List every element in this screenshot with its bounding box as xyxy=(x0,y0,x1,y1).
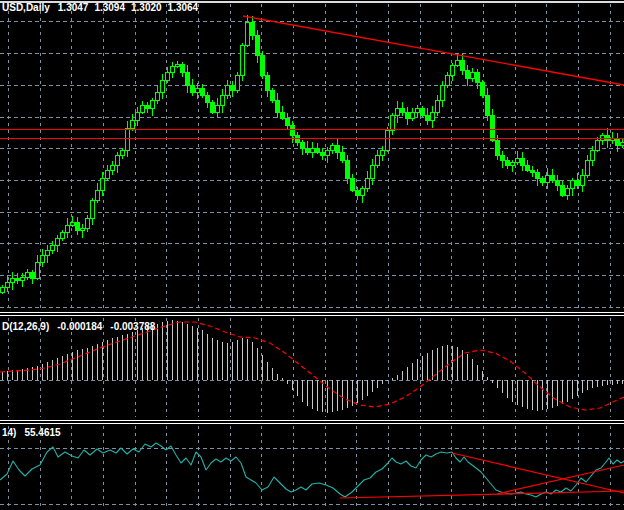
candle-body xyxy=(261,55,265,75)
low-value: 1.3020 xyxy=(131,2,162,13)
candle-body xyxy=(386,130,390,150)
candle-body xyxy=(366,178,370,188)
candle-body xyxy=(356,190,360,195)
high-value: 1.3094 xyxy=(94,2,125,13)
candle-body xyxy=(396,108,400,115)
macd-indicator-label: D(12,26,9)-0.000184-0.003788 xyxy=(2,321,155,332)
candle-body xyxy=(166,72,170,80)
rsi-indicator-label: 14)55.4615 xyxy=(2,427,61,438)
candle-body xyxy=(416,108,420,112)
candle-body xyxy=(556,180,560,185)
macd-main-value: -0.000184 xyxy=(57,321,102,332)
candle-body xyxy=(21,277,25,280)
rsi-trendline[interactable] xyxy=(452,453,624,493)
candle-body xyxy=(316,148,320,152)
candle-body xyxy=(471,72,475,78)
candle-body xyxy=(246,22,250,45)
macd-histogram xyxy=(0,320,624,413)
rsi-polyline xyxy=(0,443,624,497)
candle-body xyxy=(71,222,75,225)
candle-body xyxy=(96,190,100,200)
candle-body xyxy=(196,88,200,92)
candlestick-series xyxy=(1,15,624,294)
mt4-chart-window: USD,Daily1.30471.30941.30201.3064 D(12,2… xyxy=(0,0,624,510)
candle-body xyxy=(131,120,135,128)
candle-body xyxy=(186,72,190,85)
candle-body xyxy=(101,178,105,190)
candle-body xyxy=(436,100,440,112)
rsi-current-value: 55.4615 xyxy=(24,427,60,438)
candle-body xyxy=(236,75,240,90)
candle-body xyxy=(301,142,305,148)
candle-body xyxy=(111,165,115,170)
trendline-and-support-levels[interactable] xyxy=(0,16,624,139)
candle-body xyxy=(511,162,515,165)
candle-body xyxy=(226,85,230,95)
candle-body xyxy=(536,172,540,178)
descending-trendline[interactable] xyxy=(243,16,624,85)
candle-body xyxy=(31,272,35,278)
close-value: 1.3064 xyxy=(168,2,199,13)
candle-body xyxy=(256,35,260,55)
candle-body xyxy=(206,95,210,102)
candle-body xyxy=(231,85,235,90)
candle-body xyxy=(401,108,405,112)
candle-body xyxy=(351,178,355,190)
candle-body xyxy=(51,245,55,250)
grid-lines xyxy=(0,4,624,508)
candle-body xyxy=(286,118,290,125)
candle-body xyxy=(156,92,160,100)
candle-body xyxy=(276,100,280,112)
candle-body xyxy=(341,152,345,160)
candle-body xyxy=(566,188,570,195)
chart-canvas[interactable] xyxy=(0,0,624,510)
candle-body xyxy=(86,218,90,228)
rsi-trendline[interactable] xyxy=(340,491,624,498)
candle-body xyxy=(311,148,315,152)
candle-body xyxy=(106,170,110,178)
candle-body xyxy=(141,105,145,112)
candle-body xyxy=(281,112,285,118)
candle-body xyxy=(531,170,535,172)
candle-body xyxy=(331,145,335,150)
candle-body xyxy=(271,90,275,100)
candle-body xyxy=(241,45,245,75)
candle-body xyxy=(151,100,155,108)
candle-body xyxy=(161,80,165,92)
candle-body xyxy=(136,112,140,120)
candle-body xyxy=(1,287,5,292)
rsi-line-series xyxy=(0,443,624,505)
candle-body xyxy=(586,160,590,175)
candle-body xyxy=(76,222,80,230)
candle-body xyxy=(576,180,580,185)
candle-body xyxy=(596,140,600,150)
candle-body xyxy=(171,66,175,72)
candle-body xyxy=(521,158,525,165)
candle-body xyxy=(406,112,410,118)
candle-body xyxy=(61,232,65,238)
candle-body xyxy=(581,175,585,185)
rsi-red-trendlines[interactable] xyxy=(340,453,624,498)
candle-body xyxy=(211,102,215,112)
candle-body xyxy=(266,75,270,90)
candle-body xyxy=(56,238,60,245)
candle-body xyxy=(251,22,255,35)
macd-name-label: D(12,26,9) xyxy=(2,321,49,332)
candle-body xyxy=(486,95,490,115)
candle-body xyxy=(606,135,610,140)
candle-body xyxy=(326,150,330,155)
candle-body xyxy=(191,85,195,92)
candle-body xyxy=(601,135,605,140)
rsi-name-label: 14) xyxy=(2,427,16,438)
candle-body xyxy=(496,140,500,155)
candle-body xyxy=(546,175,550,182)
candle-body xyxy=(381,150,385,155)
candle-body xyxy=(446,75,450,85)
candle-body xyxy=(11,278,15,282)
candle-body xyxy=(551,175,555,180)
candle-body xyxy=(201,88,205,95)
candle-body xyxy=(346,160,350,178)
rsi-trendline[interactable] xyxy=(497,465,624,494)
candle-body xyxy=(26,272,30,277)
candle-body xyxy=(121,150,125,155)
